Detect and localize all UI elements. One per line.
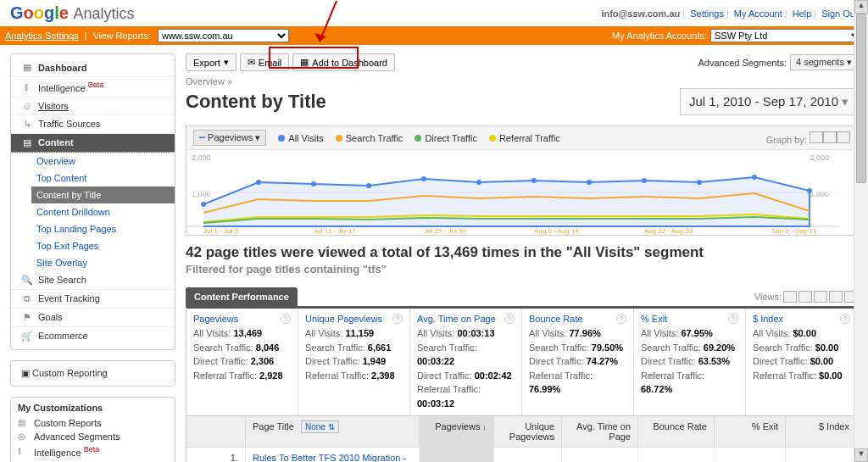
col-exit[interactable]: % Exit xyxy=(715,416,786,447)
event-tracking-icon: ⧉ xyxy=(21,293,33,304)
my-accounts-label: My Analytics Accounts: xyxy=(612,31,707,41)
sidebar-content-by-title[interactable]: Content by Title xyxy=(31,186,175,203)
help-icon[interactable]: ? xyxy=(504,314,515,324)
settings-link[interactable]: Settings xyxy=(690,8,724,19)
custom-reports-link[interactable]: ▤Custom Reports xyxy=(18,416,168,430)
sidebar-site-search[interactable]: 🔍Site Search xyxy=(11,271,175,290)
sidebar-custom-reporting[interactable]: Custom Reporting xyxy=(32,368,108,378)
stat-bounce-head[interactable]: Bounce Rate xyxy=(529,314,583,324)
svg-point-19 xyxy=(807,188,812,193)
graph-month-icon[interactable] xyxy=(837,131,850,143)
help-icon[interactable]: ? xyxy=(728,314,738,324)
custom-reporting-icon: ▣ xyxy=(21,368,30,378)
sidebar-ecommerce[interactable]: 🛒Ecommerce xyxy=(11,327,175,345)
segments-icon: ◎ xyxy=(18,431,30,441)
view-pie-icon[interactable] xyxy=(798,291,812,303)
stat-unique-head[interactable]: Unique Pageviews xyxy=(305,314,382,324)
advanced-segments-label: Advanced Segments: xyxy=(698,58,787,68)
svg-text:Sep 5 - Sep 11: Sep 5 - Sep 11 xyxy=(771,227,817,235)
svg-text:Jul 1 - Jul 3: Jul 1 - Jul 3 xyxy=(203,227,238,235)
page-title: Content by Title xyxy=(186,91,326,113)
custom-reports-icon: ▤ xyxy=(18,418,30,427)
email-link[interactable]: ✉Email xyxy=(18,459,168,462)
sidebar-top-exit[interactable]: Top Exit Pages xyxy=(31,237,175,254)
col-avg-time[interactable]: Avg. Time on Page xyxy=(562,416,638,447)
svg-point-13 xyxy=(476,180,481,185)
stat-sindex-head[interactable]: $ Index xyxy=(753,314,783,324)
vertical-scrollbar[interactable]: ▲ ▼ xyxy=(854,0,868,462)
svg-point-14 xyxy=(531,178,537,183)
site-select[interactable]: www.ssw.com.au xyxy=(158,29,289,42)
sidebar-traffic-sources[interactable]: ↳Traffic Sources xyxy=(11,115,175,134)
intelligence-link[interactable]: ⫿Intelligence Beta xyxy=(18,443,168,459)
graph-by-selector[interactable]: Graph by: xyxy=(766,131,850,145)
sign-out-link[interactable]: Sign Out xyxy=(821,8,858,19)
sidebar-event-tracking[interactable]: ⧉Event Tracking xyxy=(11,290,175,309)
help-icon[interactable]: ? xyxy=(281,314,291,324)
sidebar-top-content[interactable]: Top Content xyxy=(31,170,175,186)
help-icon[interactable]: ? xyxy=(392,314,403,324)
page-title-link[interactable]: Rules To Better TFS 2010 Migration - Syd… xyxy=(253,453,406,462)
sidebar-goals[interactable]: ⚑Goals xyxy=(11,309,175,327)
help-link[interactable]: Help xyxy=(793,8,812,19)
view-bar-icon[interactable] xyxy=(814,291,827,303)
site-search-icon: 🔍 xyxy=(21,275,33,286)
view-reports-label: View Reports: xyxy=(93,31,151,41)
account-select[interactable]: SSW Pty Ltd xyxy=(710,29,863,42)
my-account-link[interactable]: My Account xyxy=(734,8,782,19)
graph-day-icon[interactable] xyxy=(810,131,823,143)
svg-point-17 xyxy=(697,180,702,185)
segment-count-dropdown[interactable]: 4 segments ▾ xyxy=(790,54,858,70)
top-links: info@ssw.com.au| Settings| My Account| H… xyxy=(601,8,858,19)
secondary-dimension-none[interactable]: None ⇅ xyxy=(301,420,339,433)
stat-exit-head[interactable]: % Exit xyxy=(641,314,667,324)
view-compare-icon[interactable] xyxy=(829,291,843,303)
sidebar-top-landing[interactable]: Top Landing Pages xyxy=(31,220,175,237)
sidebar-content[interactable]: ▤Content xyxy=(11,134,175,153)
svg-point-15 xyxy=(587,180,592,185)
col-sindex[interactable]: $ Index xyxy=(786,416,857,447)
dashboard-icon: ▦ xyxy=(21,62,33,73)
account-email: info@ssw.com.au xyxy=(601,8,680,19)
stat-avgtime-head[interactable]: Avg. Time on Page xyxy=(417,314,496,324)
col-page-title[interactable]: Page TitleNone ⇅ xyxy=(246,416,420,447)
graph-week-icon[interactable] xyxy=(823,131,837,143)
svg-point-12 xyxy=(421,176,426,181)
summary-text: 42 page titles were viewed a total of 13… xyxy=(186,244,858,261)
analytics-settings-link[interactable]: Analytics Settings xyxy=(5,31,79,41)
breadcrumb[interactable]: Overview » xyxy=(186,76,858,86)
content-performance-tab[interactable]: Content Performance xyxy=(186,287,298,306)
row-number: 1. xyxy=(186,448,246,462)
sidebar-intelligence[interactable]: ⫿Intelligence Beta xyxy=(11,77,175,97)
sidebar-content-drilldown[interactable]: Content Drilldown xyxy=(31,203,175,220)
svg-text:1,000: 1,000 xyxy=(810,190,829,198)
export-button[interactable]: Export ▾ xyxy=(186,53,236,71)
sidebar-overview[interactable]: Overview xyxy=(31,153,175,170)
legend-referral: Referral Traffic xyxy=(489,133,560,143)
date-range-picker[interactable]: Jul 1, 2010 - Sep 17, 2010▾ xyxy=(680,88,858,115)
scroll-down-button[interactable]: ▼ xyxy=(854,448,868,462)
col-pageviews[interactable]: Pageviews ↓ xyxy=(420,416,494,447)
scroll-thumb[interactable] xyxy=(856,14,866,183)
table-header: Page TitleNone ⇅ Pageviews ↓ Unique Page… xyxy=(186,416,857,447)
sidebar-dashboard[interactable]: ▦Dashboard xyxy=(11,58,175,77)
svg-point-16 xyxy=(642,178,647,183)
add-to-dashboard-button[interactable]: ▦ Add to Dashboard xyxy=(292,53,395,71)
col-unique-pageviews[interactable]: Unique Pageviews xyxy=(494,416,562,447)
scroll-up-button[interactable]: ▲ xyxy=(854,0,868,14)
help-icon[interactable]: ? xyxy=(840,314,850,324)
my-customizations-heading: My Customizations xyxy=(18,403,168,413)
sort-desc-icon: ↓ xyxy=(483,423,487,431)
metric-selector[interactable]: ━ Pageviews ▾ xyxy=(193,130,266,146)
view-table-icon[interactable] xyxy=(783,291,797,303)
svg-point-11 xyxy=(366,183,371,188)
sidebar-site-overlay[interactable]: Site Overlay xyxy=(31,254,175,271)
email-button[interactable]: ✉ Email xyxy=(240,53,290,71)
stat-pageviews-head[interactable]: Pageviews xyxy=(193,314,238,324)
advanced-segments-link[interactable]: ◎Advanced Segments xyxy=(18,430,168,443)
table-row: 1. Rules To Better TFS 2010 Migration - … xyxy=(186,447,857,462)
sidebar-visitors[interactable]: ☺Visitors xyxy=(11,97,175,115)
intelligence-icon: ⫿ xyxy=(21,81,33,92)
help-icon[interactable]: ? xyxy=(616,314,626,324)
col-bounce[interactable]: Bounce Rate xyxy=(638,416,715,447)
